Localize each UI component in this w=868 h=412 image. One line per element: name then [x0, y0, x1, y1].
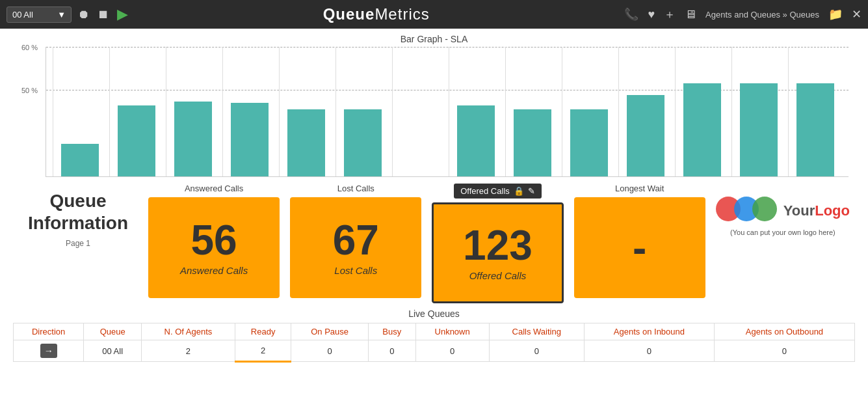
bar-group-7 — [392, 47, 446, 176]
bars-area — [46, 47, 848, 176]
bar-14 — [796, 83, 834, 176]
cell-calls-waiting: 0 — [489, 340, 584, 362]
bar-2 — [118, 105, 155, 176]
metric-box-longest[interactable]: - — [574, 197, 705, 298]
bar-9 — [514, 109, 551, 176]
app-title: QueueMetrics — [135, 5, 618, 23]
chart-label-60: 60 % — [21, 44, 38, 51]
bar-5 — [287, 109, 324, 176]
monitor-icon[interactable]: 🖥 — [685, 8, 696, 21]
cell-unknown: 0 — [415, 340, 489, 362]
bar-12 — [683, 83, 720, 176]
toolbar: 00 All ▼ ⏺ ⏹ ▶ QueueMetrics 📞 ♥ ＋ 🖥 Agen… — [0, 0, 868, 29]
bar-group-1 — [53, 47, 107, 176]
cell-direction: → — [14, 340, 84, 362]
bar-chart: 60 % 50 % — [46, 47, 848, 177]
record-icon[interactable]: ⏺ — [78, 8, 90, 21]
lock-icon[interactable]: 🔒 — [514, 186, 524, 196]
col-header-unknown: Unknown — [415, 323, 489, 340]
metric-box-offered[interactable]: 123 Offered Calls — [432, 202, 563, 303]
bar-3 — [174, 102, 211, 176]
breadcrumb: Agents and Queues » Queues — [705, 10, 819, 20]
col-header-agents: N. Of Agents — [142, 323, 235, 340]
metric-number-longest: - — [633, 227, 646, 269]
metric-card-longest: Longest Wait - — [574, 184, 705, 298]
bar-group-9 — [505, 47, 559, 176]
queue-info-page: Page 1 — [66, 239, 90, 248]
bar-group-14 — [788, 47, 842, 176]
cell-pause: 0 — [291, 340, 369, 362]
metric-sublabel-lost: Lost Calls — [334, 265, 377, 276]
live-queues-section: Live Queues Direction Queue N. Of Agents… — [0, 303, 868, 412]
close-icon[interactable]: ✕ — [852, 7, 861, 21]
bar-group-11 — [618, 47, 672, 176]
bar-group-6 — [335, 47, 389, 176]
toolbar-right: 📞 ♥ ＋ 🖥 Agents and Queues » Queues 📁 ✕ — [624, 7, 861, 22]
cell-ready: 2 — [235, 340, 291, 362]
phone-icon[interactable]: 📞 — [624, 7, 638, 21]
metric-label-lost: Lost Calls — [337, 184, 375, 193]
bar-group-8 — [449, 47, 503, 176]
bar-10 — [570, 109, 607, 176]
plus-icon[interactable]: ＋ — [664, 7, 676, 22]
metric-number-answered: 56 — [191, 219, 237, 261]
bar-1 — [61, 144, 98, 176]
heart-icon[interactable]: ♥ — [648, 8, 655, 21]
bar-6 — [344, 109, 381, 176]
cell-outbound: 0 — [714, 340, 854, 362]
logo-text-your: Your — [783, 202, 815, 219]
chart-section: Bar Graph - SLA 60 % 50 % — [0, 29, 868, 177]
bar-group-12 — [675, 47, 729, 176]
col-header-direction: Direction — [14, 323, 84, 340]
cell-agents: 2 — [142, 340, 235, 362]
metric-label-offered: Offered Calls 🔒 ✎ — [454, 184, 542, 199]
queue-select-value: 00 All — [12, 10, 33, 20]
toolbar-icons: ⏺ ⏹ ▶ — [78, 6, 128, 23]
metrics-row: Queue Information Page 1 Answered Calls … — [0, 177, 868, 303]
metric-card-answered: Answered Calls 56 Answered Calls — [148, 184, 280, 298]
play-icon[interactable]: ▶ — [117, 6, 128, 23]
chart-title: Bar Graph - SLA — [13, 34, 855, 44]
chart-label-50: 50 % — [21, 87, 38, 94]
bar-4 — [231, 103, 268, 176]
metric-card-offered: Offered Calls 🔒 ✎ 123 Offered Calls — [432, 184, 563, 303]
metric-sublabel-offered: Offered Calls — [469, 270, 527, 281]
col-header-inbound: Agents on Inbound — [584, 323, 714, 340]
live-queues-table: Direction Queue N. Of Agents Ready On Pa… — [13, 323, 855, 363]
metric-sublabel-answered: Answered Calls — [180, 265, 248, 276]
col-header-ready: Ready — [235, 323, 291, 340]
queue-info: Queue Information Page 1 — [13, 184, 143, 254]
metric-number-lost: 67 — [333, 219, 379, 261]
bar-group-5 — [279, 47, 333, 176]
logo-area: YourLogo (You can put your own logo here… — [716, 184, 850, 236]
queue-select[interactable]: 00 All ▼ — [7, 7, 72, 23]
table-row: → 00 All 2 2 0 0 0 0 0 0 — [14, 340, 855, 362]
bar-group-10 — [562, 47, 616, 176]
metric-box-lost[interactable]: 67 Lost Calls — [290, 197, 421, 298]
col-header-busy: Busy — [368, 323, 415, 340]
table-header-row: Direction Queue N. Of Agents Ready On Pa… — [14, 323, 855, 340]
col-header-queue: Queue — [84, 323, 142, 340]
queue-select-arrow: ▼ — [57, 10, 66, 20]
col-header-outbound: Agents on Outbound — [714, 323, 854, 340]
metric-box-answered[interactable]: 56 Answered Calls — [148, 197, 280, 298]
main-content: Bar Graph - SLA 60 % 50 % — [0, 29, 868, 412]
edit-icon[interactable]: ✎ — [528, 186, 535, 196]
logo-text-logo: Logo — [815, 202, 850, 219]
cell-busy: 0 — [368, 340, 415, 362]
bar-8 — [457, 105, 494, 176]
logo-circle-green — [752, 197, 777, 221]
metric-label-answered: Answered Calls — [185, 184, 243, 193]
bar-11 — [627, 95, 664, 176]
bar-group-4 — [222, 47, 276, 176]
live-queues-title: Live Queues — [13, 309, 855, 319]
queue-info-title: Queue Information — [28, 190, 128, 234]
stop-icon[interactable]: ⏹ — [98, 8, 109, 21]
folder-icon[interactable]: 📁 — [828, 7, 843, 21]
metric-number-offered: 123 — [463, 225, 533, 266]
bar-group-2 — [109, 47, 163, 176]
cell-inbound: 0 — [584, 340, 714, 362]
bar-group-13 — [731, 47, 785, 176]
col-header-calls-waiting: Calls Waiting — [489, 323, 584, 340]
metric-card-lost: Lost Calls 67 Lost Calls — [290, 184, 421, 298]
